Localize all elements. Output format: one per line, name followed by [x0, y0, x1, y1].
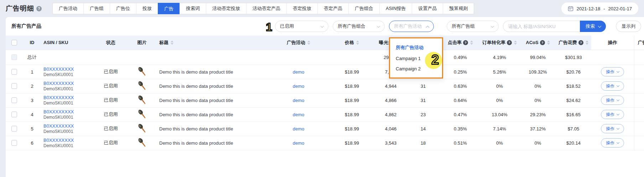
help-icon[interactable]: ?	[507, 40, 512, 45]
row-action-button[interactable]: 操作	[601, 81, 624, 91]
tab-4[interactable]: 投放	[136, 3, 158, 14]
header-label-acos: ACoS?	[526, 40, 550, 45]
select-all-checkbox[interactable]	[11, 40, 17, 45]
date-range-end: 2022-01-17	[608, 6, 632, 11]
search-button[interactable]: 搜索	[580, 21, 606, 32]
tab-6[interactable]: 搜索词	[180, 3, 206, 14]
row-checkbox[interactable]	[11, 69, 17, 75]
cell-campaign: demo	[270, 65, 327, 79]
cell-id: 2	[23, 79, 41, 93]
tab-2[interactable]: 广告组	[83, 3, 110, 14]
sku-text: DemoSKU0001	[43, 129, 93, 134]
help-icon[interactable]: ?	[540, 40, 545, 45]
tab-7[interactable]: 活动否定投放	[206, 3, 246, 14]
cell-title: Demo this is demo data product title	[157, 93, 270, 107]
col-header-acos: ACoS?	[520, 36, 556, 50]
tab-13[interactable]: 设置产品	[412, 3, 443, 14]
row-checkbox[interactable]	[11, 112, 17, 117]
header-label-title: 标题	[159, 39, 173, 46]
page-title-help-icon[interactable]: ?	[36, 6, 42, 11]
portfolio-filter-select[interactable]: 所有广告组合	[333, 21, 385, 32]
campaign-filter-select[interactable]: 所有广告活动	[389, 21, 434, 32]
cell-status: 已启用	[95, 107, 127, 122]
total-cell-image	[127, 50, 157, 65]
cell-acos: 0%	[520, 79, 556, 93]
tab-9[interactable]: 否定投放	[286, 3, 317, 14]
table-header-row: IDASIN / SKU状态图片标题广告活动价格曝光量?点击量?点击率?订单转化…	[6, 36, 644, 50]
campaign-link[interactable]: demo	[293, 98, 305, 103]
chevron-up-icon	[426, 26, 430, 29]
header-label-id: ID	[30, 40, 35, 45]
adgroup-filter-select[interactable]: 所有广告组	[447, 21, 499, 32]
tab-11[interactable]: 广告组合	[348, 3, 379, 14]
cell-acos: 37.12%	[520, 122, 556, 136]
asin-link[interactable]: B0XXXXXXXX	[43, 66, 93, 72]
sort-icon[interactable]	[356, 41, 359, 45]
cell-select	[6, 79, 23, 93]
row-action-button[interactable]: 操作	[601, 138, 624, 148]
tab-8[interactable]: 活动否定产品	[246, 3, 286, 14]
cell-asin: B0XXXXXXXXDemoSKU0001	[41, 79, 95, 93]
cell-spend: $24.62	[556, 93, 591, 107]
tab-14[interactable]: 预算规则	[443, 3, 474, 14]
sort-icon[interactable]	[547, 41, 550, 45]
product-image	[137, 95, 147, 105]
campaign-link[interactable]: demo	[293, 69, 305, 75]
asin-link[interactable]: B0XXXXXXXX	[43, 95, 93, 100]
sort-icon[interactable]	[171, 41, 173, 45]
campaign-link[interactable]: demo	[293, 126, 305, 132]
row-action-button[interactable]: 操作	[601, 110, 624, 119]
cell-title: Demo this is demo data product title	[157, 79, 270, 93]
row-checkbox[interactable]	[11, 83, 17, 89]
show-columns-button[interactable]: 显示列	[616, 21, 641, 32]
search-input[interactable]	[503, 21, 580, 32]
tab-1[interactable]: 广告活动	[53, 3, 83, 14]
cell-acos: 0%	[520, 136, 556, 150]
chevron-down-icon	[617, 70, 619, 73]
cell-select	[6, 136, 23, 150]
row-action-button[interactable]: 操作	[601, 124, 624, 133]
cell-select	[6, 93, 23, 107]
cell-impressions: 3,543	[377, 136, 405, 150]
tab-3[interactable]: 广告位	[110, 3, 136, 14]
campaign-link[interactable]: demo	[293, 84, 305, 89]
asin-link[interactable]: B0XXXXXXXX	[43, 109, 93, 114]
status-filter-select[interactable]: 已启用	[275, 21, 328, 32]
header-text-ctr: 点击率	[448, 39, 462, 46]
cell-status: 已启用	[95, 93, 127, 107]
header-label-spend: 广告花费?	[559, 39, 588, 46]
row-action-button[interactable]: 操作	[601, 96, 624, 105]
row-action-button[interactable]: 操作	[601, 67, 624, 76]
date-range-picker[interactable]: 2021-12-18 - 2022-01-17	[561, 2, 638, 15]
row-checkbox[interactable]	[11, 97, 17, 103]
annotation-marker-1: 1	[266, 21, 272, 33]
product-image	[137, 109, 147, 119]
row-checkbox[interactable]	[11, 140, 17, 146]
asin-link[interactable]: B0XXXXXXXX	[43, 123, 93, 129]
cell-campaign: demo	[270, 122, 327, 136]
help-icon[interactable]: ?	[578, 40, 583, 45]
total-cell-title	[157, 50, 270, 65]
cell-price: $18.99	[327, 107, 377, 122]
sort-icon[interactable]	[514, 41, 517, 45]
asin-link[interactable]: B0XXXXXXXX	[43, 81, 93, 86]
row-checkbox[interactable]	[11, 126, 17, 132]
cell-id: 6	[23, 136, 41, 150]
cell-acos: 0%	[520, 93, 556, 107]
sort-icon[interactable]	[307, 41, 310, 45]
header-text-spend: 广告花费	[559, 39, 577, 46]
help-icon[interactable]: ?	[463, 40, 468, 45]
cell-clicks: 31	[405, 93, 442, 107]
asin-link[interactable]: B0XXXXXXXX	[43, 138, 93, 143]
total-cell-asin	[41, 50, 95, 65]
header-text-id: ID	[30, 40, 35, 45]
sort-icon[interactable]	[586, 41, 588, 45]
tab-12[interactable]: ASIN报告	[379, 3, 412, 14]
campaign-link[interactable]: demo	[293, 140, 305, 146]
sort-icon[interactable]	[470, 41, 473, 45]
campaign-link[interactable]: demo	[293, 112, 305, 117]
tab-5[interactable]: 广告	[158, 3, 180, 14]
tab-10[interactable]: 否定产品	[317, 3, 348, 14]
cell-price: $18.99	[327, 79, 377, 93]
cell-extra	[634, 107, 644, 122]
